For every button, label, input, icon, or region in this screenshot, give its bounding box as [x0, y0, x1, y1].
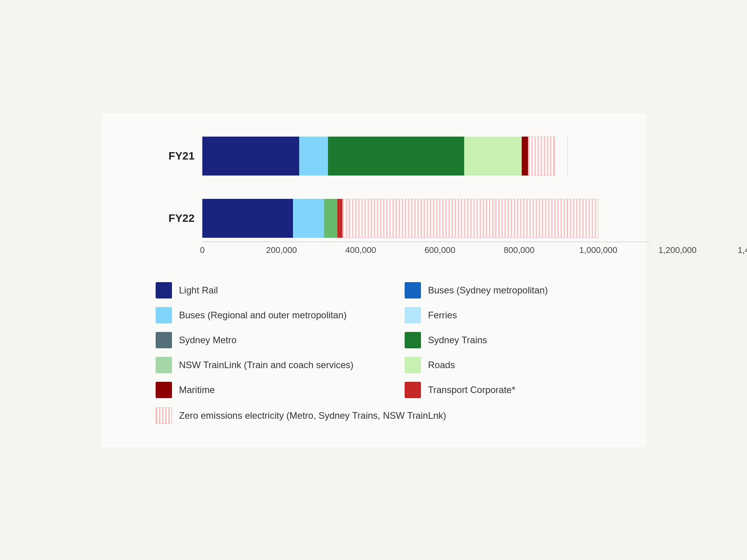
fy21-roads-segment [464, 137, 522, 176]
legend-sydney-trains: Sydney Trains [405, 332, 615, 348]
fy21-sydney-trains-segment [328, 137, 464, 176]
fy21-light-rail-segment [202, 137, 299, 176]
buses-sydney-label: Buses (Sydney metropolitan) [428, 285, 548, 296]
roads-label: Roads [428, 360, 455, 370]
fy22-bar-wrapper [202, 199, 615, 238]
fy22-nsw-trainlink-segment [324, 199, 337, 238]
fy21-bar-row [202, 137, 615, 176]
legend-nsw-trainlink: NSW TrainLink (Train and coach services) [156, 357, 366, 373]
buses-sydney-swatch [405, 282, 421, 298]
legend-sydney-metro: Sydney Metro [156, 332, 366, 348]
light-rail-swatch [156, 282, 172, 298]
legend-zero-emissions: Zero emissions electricity (Metro, Sydne… [156, 407, 615, 424]
x-tick-14m: 1,400,000 [738, 245, 747, 255]
legend-light-rail: Light Rail [156, 282, 366, 298]
fy21-bar-wrapper [202, 137, 615, 176]
fy22-zero-emissions-segment [342, 199, 598, 238]
fy22-transport-corporate-segment [337, 199, 343, 238]
legend-col-right: Buses (Sydney metropolitan) Ferries Sydn… [405, 282, 615, 398]
x-tick-200k: 200,000 [266, 245, 297, 255]
legend-transport-corporate: Transport Corporate* [405, 382, 615, 398]
legend-roads: Roads [405, 357, 615, 373]
fy21-buses-regional-segment [299, 137, 328, 176]
sydney-metro-swatch [156, 332, 172, 348]
legend-maritime: Maritime [156, 382, 366, 398]
nsw-trainlink-label: NSW TrainLink (Train and coach services) [179, 360, 354, 370]
buses-regional-label: Buses (Regional and outer metropolitan) [179, 310, 347, 321]
legend-grid: Light Rail Buses (Regional and outer met… [156, 282, 615, 398]
legend-buses-sydney: Buses (Sydney metropolitan) [405, 282, 615, 298]
fy22-label: FY22 [163, 212, 195, 225]
fy22-light-rail-segment [202, 199, 293, 238]
x-axis-ticks: 0 200,000 400,000 600,000 800,000 1,000,… [202, 245, 650, 263]
nsw-trainlink-swatch [156, 357, 172, 373]
x-tick-0: 0 [200, 245, 205, 255]
fy22-buses-regional-segment [293, 199, 324, 238]
ferries-label: Ferries [428, 310, 457, 321]
legend-ferries: Ferries [405, 307, 615, 323]
transport-corporate-swatch [405, 382, 421, 398]
fy21-zero-emissions-segment [528, 137, 555, 176]
sydney-trains-label: Sydney Trains [428, 335, 487, 346]
x-tick-12m: 1,200,000 [658, 245, 696, 255]
x-tick-800k: 800,000 [503, 245, 535, 255]
fy21-label: FY21 [163, 150, 195, 162]
fy22-bar-row [202, 199, 615, 238]
x-tick-400k: 400,000 [345, 245, 376, 255]
fy21-bar-group: FY21 [163, 137, 615, 176]
fy22-bar-group: FY22 [163, 199, 615, 238]
x-tick-1m: 1,000,000 [579, 245, 617, 255]
sydney-trains-swatch [405, 332, 421, 348]
ferries-swatch [405, 307, 421, 323]
zero-emissions-swatch [156, 407, 172, 424]
maritime-label: Maritime [179, 384, 215, 395]
x-axis-line [202, 242, 650, 242]
zero-emissions-label: Zero emissions electricity (Metro, Sydne… [179, 410, 446, 421]
roads-swatch [405, 357, 421, 373]
chart-area: FY21 [163, 137, 615, 263]
transport-corporate-label: Transport Corporate* [428, 384, 516, 395]
light-rail-label: Light Rail [179, 285, 218, 296]
buses-regional-swatch [156, 307, 172, 323]
maritime-swatch [156, 382, 172, 398]
fy21-maritime-segment [522, 137, 528, 176]
sydney-metro-label: Sydney Metro [179, 335, 237, 346]
legend: Light Rail Buses (Regional and outer met… [156, 282, 615, 424]
legend-buses-regional: Buses (Regional and outer metropolitan) [156, 307, 366, 323]
x-tick-600k: 600,000 [424, 245, 456, 255]
legend-col-left: Light Rail Buses (Regional and outer met… [156, 282, 366, 398]
chart-container: FY21 [101, 113, 646, 447]
